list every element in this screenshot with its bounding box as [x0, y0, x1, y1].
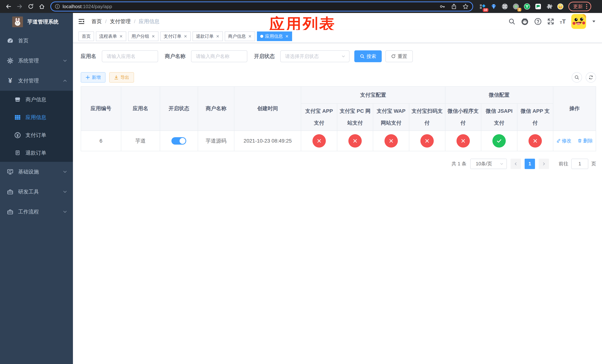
chevron-up-icon: [63, 79, 67, 83]
apps-table: 应用编号 应用名 开启状态 商户名称 创建时间 支付宝配置 微信配置 操作 支付…: [81, 86, 596, 151]
fullscreen-icon[interactable]: [547, 18, 554, 25]
column-header-created: 创建时间: [234, 86, 301, 131]
sidebar-item-refund-orders[interactable]: 退款订单: [0, 144, 73, 162]
plus-icon: [86, 75, 90, 80]
toggle-search-button[interactable]: [572, 72, 582, 83]
status-select[interactable]: 请选择开启状态: [280, 50, 350, 62]
font-size-icon[interactable]: TT: [560, 19, 566, 24]
browser-menu-icon[interactable]: [586, 4, 587, 9]
yen-icon: ¥: [7, 77, 14, 84]
recorder-extension-icon[interactable]: 1: [513, 3, 519, 10]
search-icon[interactable]: [508, 18, 515, 25]
chat-extension-icon[interactable]: [535, 3, 541, 10]
reset-button[interactable]: 重置: [386, 50, 413, 62]
app-name-input[interactable]: [102, 50, 158, 62]
tab-refund-orders[interactable]: 退款订单: [193, 32, 223, 41]
sidebar-item-app-info[interactable]: 应用信息: [0, 108, 73, 126]
sidebar-logo[interactable]: 芋道管理系统: [0, 13, 73, 31]
tab-process-form[interactable]: 流程表单: [96, 32, 126, 41]
toolbox-icon: [7, 208, 14, 215]
page-number-button[interactable]: 1: [525, 159, 535, 169]
add-button[interactable]: 新增: [81, 72, 106, 83]
browser-home-button[interactable]: [37, 2, 47, 11]
sidebar-item-label: 商户信息: [26, 96, 46, 103]
cell-alipay-app-status: [301, 131, 337, 151]
tab-app-info[interactable]: 应用信息: [257, 32, 292, 41]
sidebar-item-system[interactable]: 系统管理: [0, 51, 73, 71]
tab-merchant-info[interactable]: 商户信息: [225, 32, 255, 41]
tab-home[interactable]: 首页: [78, 32, 94, 41]
navbar: 首页 / 支付管理 / 应用信息 TT: [73, 13, 602, 30]
page-size-value: 10条/页: [476, 161, 492, 167]
sidebar-item-merchant-info[interactable]: 商户信息: [0, 91, 73, 108]
sidebar-item-label: 研发工具: [18, 188, 39, 195]
profile-emoji-icon[interactable]: [557, 3, 563, 10]
password-key-icon[interactable]: [440, 3, 445, 10]
share-icon[interactable]: [451, 3, 457, 10]
devtools-extension-icon[interactable]: 10: [479, 3, 486, 10]
sidebar-collapse-icon[interactable]: [78, 18, 85, 25]
close-icon[interactable]: [151, 34, 155, 38]
breadcrumb-section[interactable]: 支付管理: [110, 18, 131, 25]
sidebar-item-label: 支付管理: [18, 77, 39, 84]
close-icon[interactable]: [285, 34, 289, 38]
reset-button-label: 重置: [398, 53, 407, 60]
help-icon[interactable]: [534, 18, 542, 25]
status-select-placeholder: 请选择开启状态: [285, 53, 319, 60]
merchant-name-input[interactable]: [191, 50, 247, 62]
sidebar-item-dev-tools[interactable]: 研发工具: [0, 182, 73, 202]
user-avatar[interactable]: [571, 14, 586, 29]
url-host: localhost: [63, 4, 82, 9]
edit-link[interactable]: 修改: [556, 138, 571, 144]
tab-user-group[interactable]: 用户分组: [128, 32, 159, 41]
sidebar-item-pay-orders[interactable]: 支付订单: [0, 126, 73, 144]
export-button[interactable]: 导出: [109, 72, 134, 83]
search-button[interactable]: 搜索: [354, 50, 382, 62]
column-header-wechat-app: 微信 APP 支付: [517, 104, 553, 131]
page-size-select[interactable]: 10条/页: [470, 159, 507, 169]
gem-extension-icon[interactable]: [491, 3, 497, 10]
gear-icon: [7, 57, 14, 64]
browser-reload-button[interactable]: [26, 2, 35, 11]
sidebar-item-infrastructure[interactable]: 基础设施: [0, 162, 73, 182]
close-icon[interactable]: [216, 34, 220, 38]
delete-link[interactable]: 删除: [578, 138, 593, 144]
command-extension-icon[interactable]: [502, 3, 508, 10]
back-icon: [5, 3, 12, 10]
cell-app-name: 芋道: [121, 131, 160, 151]
avatar-caret-icon[interactable]: [592, 18, 596, 25]
close-icon[interactable]: [248, 34, 252, 38]
status-icon: [492, 134, 506, 148]
sidebar-item-label: 工作流程: [18, 208, 39, 215]
column-header-wechat-mini: 微信小程序支付: [445, 104, 481, 131]
table-toolbar: 新增 导出: [81, 72, 596, 83]
column-header-actions: 操作: [553, 86, 596, 131]
github-icon[interactable]: [521, 18, 529, 25]
refresh-table-button[interactable]: [586, 72, 596, 83]
bookmark-star-icon[interactable]: [462, 3, 469, 10]
close-icon[interactable]: [184, 34, 187, 38]
next-page-button[interactable]: [539, 159, 549, 169]
sidebar-item-workflow[interactable]: 工作流程: [0, 202, 73, 222]
page-content: 应用名 商户名称 开启状态 请选择开启状态: [73, 43, 602, 364]
yen-circle-icon: [14, 132, 21, 139]
prev-page-button[interactable]: [511, 159, 521, 169]
screen: localhost:1024/pay/app 10 1: [0, 0, 602, 364]
sidebar-item-home[interactable]: 首页: [0, 31, 73, 51]
search-icon: [574, 75, 580, 80]
browser-forward-button[interactable]: [15, 2, 24, 11]
green-y-extension-icon[interactable]: [524, 3, 530, 10]
sidebar-item-payment[interactable]: ¥ 支付管理: [0, 71, 73, 91]
status-icon: [312, 134, 326, 148]
tab-pay-orders[interactable]: 支付订单: [160, 32, 191, 41]
group-header-alipay: 支付宝配置: [301, 86, 445, 104]
tab-label: 支付订单: [164, 33, 182, 39]
enabled-toggle[interactable]: [172, 137, 186, 145]
browser-update-button[interactable]: 更新: [568, 2, 591, 11]
url-bar[interactable]: localhost:1024/pay/app: [50, 1, 473, 11]
browser-back-button[interactable]: [4, 2, 13, 11]
close-icon[interactable]: [119, 34, 123, 38]
goto-page-input[interactable]: [571, 159, 588, 169]
breadcrumb-home[interactable]: 首页: [91, 18, 102, 25]
extensions-puzzle-icon[interactable]: [546, 3, 552, 10]
